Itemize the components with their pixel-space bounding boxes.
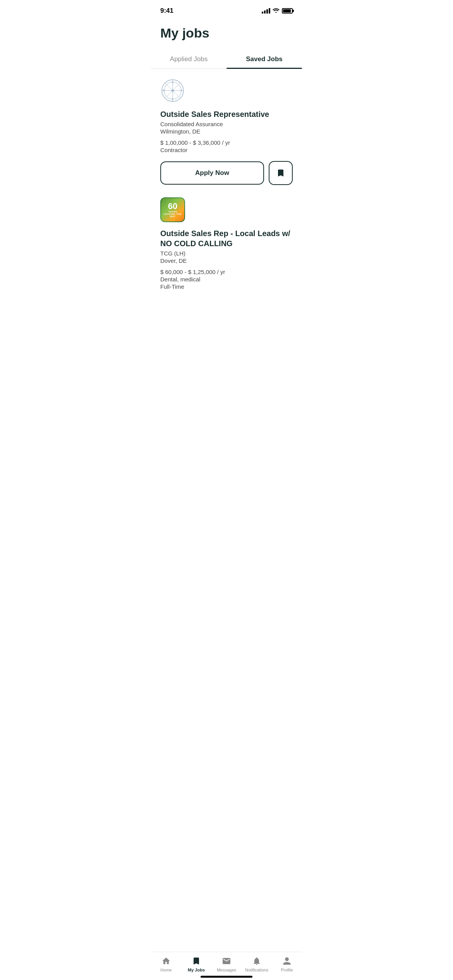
job-type: Contractor [160,147,293,153]
jobs-list: N S E W Outside Sales Representative Con… [151,69,302,341]
apply-now-button[interactable]: Apply Now [160,161,264,185]
svg-text:S: S [172,98,173,101]
status-bar: 9:41 [151,0,302,19]
job-type: Full-Time [160,283,293,290]
svg-text:W: W [162,89,165,92]
job-title: Outside Sales Representative [160,109,293,119]
save-job-button[interactable] [269,161,293,185]
page-title: My jobs [151,19,302,50]
company-logo: 60 YEARS LEADING THE WAY [160,197,185,222]
job-title: Outside Sales Rep - Local Leads w/ NO CO… [160,228,293,248]
svg-point-10 [172,89,174,92]
job-card: N S E W Outside Sales Representative Con… [160,78,293,185]
status-icons [262,7,293,14]
battery-icon [282,8,293,14]
job-salary: $ 60,000 - $ 1,25,000 / yr [160,269,293,275]
svg-text:E: E [181,89,183,92]
company-name: TCG (LH) [160,250,293,257]
wifi-icon [273,7,280,14]
job-location: Dover, DE [160,257,293,264]
signal-bars-icon [262,8,270,14]
company-name: Consolidated Assurance [160,121,293,127]
job-actions: Apply Now [160,161,293,185]
tabs-container: Applied Jobs Saved Jobs [151,50,302,69]
job-card: 60 YEARS LEADING THE WAY Outside Sales R… [160,197,293,290]
tab-saved-jobs[interactable]: Saved Jobs [226,50,302,69]
company-logo: N S E W [160,78,185,103]
job-location: Wilmington, DE [160,128,293,135]
job-salary: $ 1,00,000 - $ 3,36,000 / yr [160,139,293,146]
tab-applied-jobs[interactable]: Applied Jobs [151,50,226,69]
job-benefits: Dental, medical [160,276,293,283]
bookmark-icon [276,168,285,178]
svg-text:N: N [172,81,173,84]
status-time: 9:41 [160,7,173,15]
